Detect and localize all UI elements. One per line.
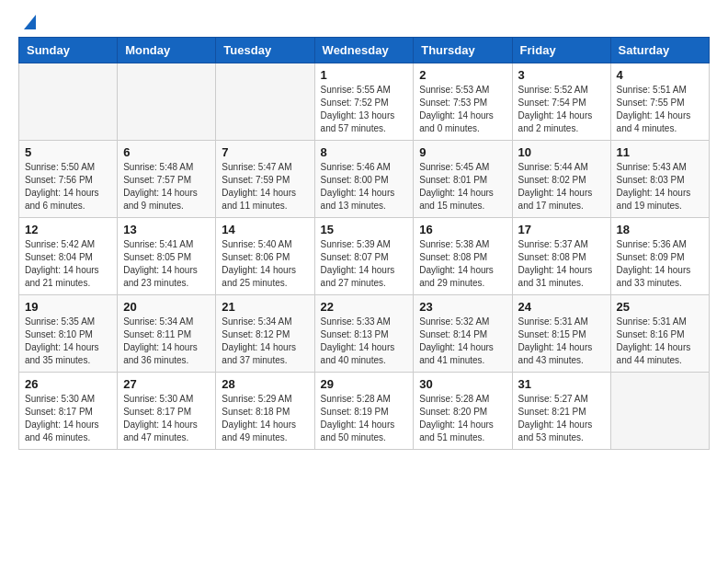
header-tuesday: Tuesday — [216, 38, 314, 63]
calendar-week-2: 5Sunrise: 5:50 AM Sunset: 7:56 PM Daylig… — [19, 141, 710, 218]
day-number: 1 — [321, 68, 408, 82]
day-info: Sunrise: 5:43 AM Sunset: 8:03 PM Dayligh… — [617, 161, 703, 213]
day-number: 15 — [321, 223, 408, 236]
day-number: 24 — [518, 300, 605, 314]
day-number: 3 — [518, 68, 605, 82]
day-info: Sunrise: 5:47 AM Sunset: 7:59 PM Dayligh… — [222, 161, 308, 213]
day-info: Sunrise: 5:51 AM Sunset: 7:55 PM Dayligh… — [617, 84, 703, 135]
logo-icon — [19, 13, 36, 29]
calendar-cell: 15Sunrise: 5:39 AM Sunset: 8:07 PM Dayli… — [314, 218, 414, 295]
calendar-cell: 25Sunrise: 5:31 AM Sunset: 8:16 PM Dayli… — [610, 295, 709, 373]
day-number: 21 — [222, 300, 308, 314]
header-sunday: Sunday — [19, 38, 118, 63]
calendar-cell: 14Sunrise: 5:40 AM Sunset: 8:06 PM Dayli… — [216, 218, 314, 295]
day-info: Sunrise: 5:37 AM Sunset: 8:08 PM Dayligh… — [518, 238, 605, 290]
header-friday: Friday — [512, 38, 610, 63]
calendar-cell: 23Sunrise: 5:32 AM Sunset: 8:14 PM Dayli… — [414, 295, 512, 373]
day-number: 27 — [123, 377, 210, 391]
calendar: SundayMondayTuesdayWednesdayThursdayFrid… — [18, 37, 710, 450]
day-info: Sunrise: 5:31 AM Sunset: 8:15 PM Dayligh… — [518, 316, 605, 367]
day-number: 29 — [321, 377, 408, 391]
calendar-cell: 11Sunrise: 5:43 AM Sunset: 8:03 PM Dayli… — [610, 141, 709, 218]
calendar-cell: 24Sunrise: 5:31 AM Sunset: 8:15 PM Dayli… — [512, 295, 610, 373]
day-number: 8 — [321, 145, 408, 159]
day-number: 28 — [222, 377, 308, 391]
calendar-cell: 28Sunrise: 5:29 AM Sunset: 8:18 PM Dayli… — [216, 373, 314, 450]
day-number: 7 — [222, 145, 308, 159]
day-number: 17 — [518, 223, 605, 236]
day-number: 30 — [419, 377, 506, 391]
day-info: Sunrise: 5:42 AM Sunset: 8:04 PM Dayligh… — [25, 238, 111, 290]
day-number: 22 — [321, 300, 408, 314]
day-info: Sunrise: 5:32 AM Sunset: 8:14 PM Dayligh… — [419, 316, 506, 367]
calendar-cell: 6Sunrise: 5:48 AM Sunset: 7:57 PM Daylig… — [118, 141, 216, 218]
day-info: Sunrise: 5:53 AM Sunset: 7:53 PM Dayligh… — [419, 84, 506, 135]
day-number: 2 — [419, 68, 506, 82]
day-info: Sunrise: 5:35 AM Sunset: 8:10 PM Dayligh… — [25, 316, 111, 367]
calendar-week-3: 12Sunrise: 5:42 AM Sunset: 8:04 PM Dayli… — [19, 218, 710, 295]
calendar-week-4: 19Sunrise: 5:35 AM Sunset: 8:10 PM Dayli… — [19, 295, 710, 373]
day-number: 18 — [617, 223, 703, 236]
day-info: Sunrise: 5:28 AM Sunset: 8:20 PM Dayligh… — [419, 393, 506, 444]
calendar-cell — [19, 63, 118, 141]
day-info: Sunrise: 5:34 AM Sunset: 8:11 PM Dayligh… — [123, 316, 210, 367]
svg-marker-0 — [24, 15, 36, 29]
day-info: Sunrise: 5:55 AM Sunset: 7:52 PM Dayligh… — [321, 84, 408, 135]
day-number: 25 — [617, 300, 703, 314]
calendar-week-5: 26Sunrise: 5:30 AM Sunset: 8:17 PM Dayli… — [19, 373, 710, 450]
day-info: Sunrise: 5:44 AM Sunset: 8:02 PM Dayligh… — [518, 161, 605, 213]
calendar-cell: 17Sunrise: 5:37 AM Sunset: 8:08 PM Dayli… — [512, 218, 610, 295]
day-info: Sunrise: 5:39 AM Sunset: 8:07 PM Dayligh… — [321, 238, 408, 290]
day-number: 19 — [25, 300, 111, 314]
day-info: Sunrise: 5:50 AM Sunset: 7:56 PM Dayligh… — [25, 161, 111, 213]
day-number: 4 — [617, 68, 703, 82]
calendar-cell: 31Sunrise: 5:27 AM Sunset: 8:21 PM Dayli… — [512, 373, 610, 450]
calendar-cell: 3Sunrise: 5:52 AM Sunset: 7:54 PM Daylig… — [512, 63, 610, 141]
calendar-cell: 30Sunrise: 5:28 AM Sunset: 8:20 PM Dayli… — [414, 373, 512, 450]
day-info: Sunrise: 5:27 AM Sunset: 8:21 PM Dayligh… — [518, 393, 605, 444]
day-info: Sunrise: 5:45 AM Sunset: 8:01 PM Dayligh… — [419, 161, 506, 213]
day-number: 20 — [123, 300, 210, 314]
day-info: Sunrise: 5:31 AM Sunset: 8:16 PM Dayligh… — [617, 316, 703, 367]
day-info: Sunrise: 5:52 AM Sunset: 7:54 PM Dayligh… — [518, 84, 605, 135]
calendar-cell: 22Sunrise: 5:33 AM Sunset: 8:13 PM Dayli… — [314, 295, 414, 373]
calendar-header-row: SundayMondayTuesdayWednesdayThursdayFrid… — [19, 38, 710, 63]
day-info: Sunrise: 5:29 AM Sunset: 8:18 PM Dayligh… — [222, 393, 308, 444]
day-info: Sunrise: 5:38 AM Sunset: 8:08 PM Dayligh… — [419, 238, 506, 290]
day-number: 10 — [518, 145, 605, 159]
calendar-cell — [610, 373, 709, 450]
calendar-cell: 19Sunrise: 5:35 AM Sunset: 8:10 PM Dayli… — [19, 295, 118, 373]
calendar-cell — [216, 63, 314, 141]
day-number: 5 — [25, 145, 111, 159]
day-number: 26 — [25, 377, 111, 391]
calendar-cell — [118, 63, 216, 141]
day-number: 12 — [25, 223, 111, 236]
header-wednesday: Wednesday — [314, 38, 414, 63]
day-number: 23 — [419, 300, 506, 314]
calendar-cell: 5Sunrise: 5:50 AM Sunset: 7:56 PM Daylig… — [19, 141, 118, 218]
calendar-cell: 2Sunrise: 5:53 AM Sunset: 7:53 PM Daylig… — [414, 63, 512, 141]
day-info: Sunrise: 5:34 AM Sunset: 8:12 PM Dayligh… — [222, 316, 308, 367]
day-info: Sunrise: 5:41 AM Sunset: 8:05 PM Dayligh… — [123, 238, 210, 290]
header — [18, 15, 710, 29]
calendar-cell: 9Sunrise: 5:45 AM Sunset: 8:01 PM Daylig… — [414, 141, 512, 218]
calendar-cell: 18Sunrise: 5:36 AM Sunset: 8:09 PM Dayli… — [610, 218, 709, 295]
day-info: Sunrise: 5:40 AM Sunset: 8:06 PM Dayligh… — [222, 238, 308, 290]
calendar-cell: 12Sunrise: 5:42 AM Sunset: 8:04 PM Dayli… — [19, 218, 118, 295]
header-saturday: Saturday — [610, 38, 709, 63]
calendar-week-1: 1Sunrise: 5:55 AM Sunset: 7:52 PM Daylig… — [19, 63, 710, 141]
day-info: Sunrise: 5:30 AM Sunset: 8:17 PM Dayligh… — [123, 393, 210, 444]
day-info: Sunrise: 5:36 AM Sunset: 8:09 PM Dayligh… — [617, 238, 703, 290]
header-thursday: Thursday — [414, 38, 512, 63]
header-monday: Monday — [118, 38, 216, 63]
day-info: Sunrise: 5:48 AM Sunset: 7:57 PM Dayligh… — [123, 161, 210, 213]
calendar-cell: 13Sunrise: 5:41 AM Sunset: 8:05 PM Dayli… — [118, 218, 216, 295]
day-number: 14 — [222, 223, 308, 236]
calendar-cell: 27Sunrise: 5:30 AM Sunset: 8:17 PM Dayli… — [118, 373, 216, 450]
day-info: Sunrise: 5:30 AM Sunset: 8:17 PM Dayligh… — [25, 393, 111, 444]
calendar-cell: 29Sunrise: 5:28 AM Sunset: 8:19 PM Dayli… — [314, 373, 414, 450]
calendar-cell: 26Sunrise: 5:30 AM Sunset: 8:17 PM Dayli… — [19, 373, 118, 450]
day-number: 11 — [617, 145, 703, 159]
calendar-cell: 20Sunrise: 5:34 AM Sunset: 8:11 PM Dayli… — [118, 295, 216, 373]
logo — [18, 15, 36, 29]
